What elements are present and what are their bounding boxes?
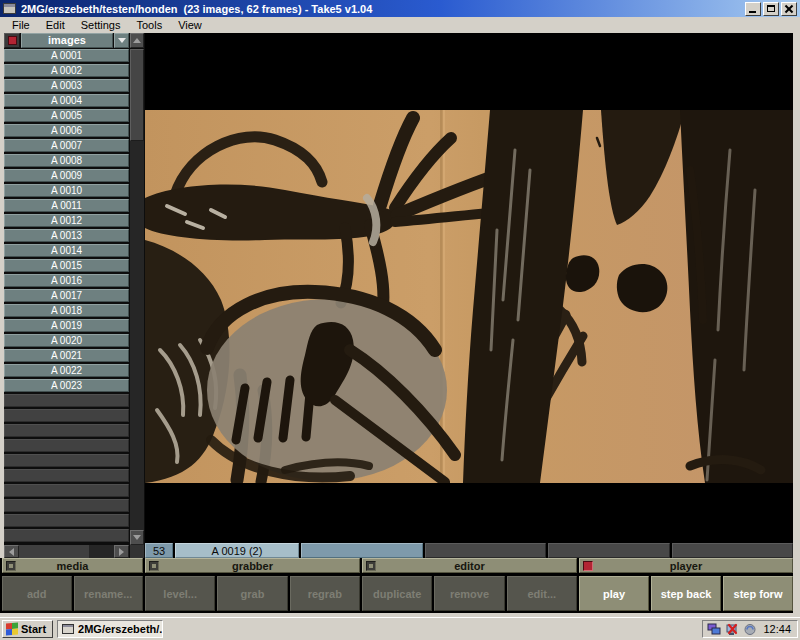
image-item-empty	[4, 424, 129, 437]
image-item-empty	[4, 409, 129, 422]
image-item-A0017[interactable]: A 0017	[4, 289, 129, 302]
close-button[interactable]	[781, 2, 797, 16]
window-title: 2MG/erszebeth/testen/honden (23 images, …	[21, 3, 745, 15]
image-item-A0023[interactable]: A 0023	[4, 379, 129, 392]
menu-bar: FileEditSettingsToolsView	[0, 17, 800, 33]
maximize-icon	[767, 5, 775, 12]
timeline-cell[interactable]	[672, 543, 794, 558]
image-item-empty	[4, 499, 129, 512]
menu-edit[interactable]: Edit	[38, 17, 73, 33]
images-dropdown-button[interactable]	[114, 33, 129, 48]
timeline-cell[interactable]	[548, 543, 670, 558]
editor-remove-button[interactable]: remove	[434, 576, 504, 611]
editor-panel: editor duplicateremoveedit...	[362, 558, 577, 613]
editor-indicator-icon[interactable]	[366, 561, 376, 571]
hscroll-thumb[interactable]	[19, 545, 89, 558]
horizontal-scrollbar	[4, 545, 129, 558]
editor-edit-button[interactable]: edit...	[507, 576, 577, 611]
editor-duplicate-button[interactable]: duplicate	[362, 576, 432, 611]
maximize-button[interactable]	[763, 2, 779, 16]
menu-tools[interactable]: Tools	[128, 17, 170, 33]
image-item-A0018[interactable]: A 0018	[4, 304, 129, 317]
hscroll-left-button[interactable]	[4, 545, 19, 558]
timeline-cell[interactable]	[301, 543, 423, 558]
media-indicator-icon[interactable]	[6, 561, 16, 571]
image-item-A0003[interactable]: A 0003	[4, 79, 129, 92]
start-button[interactable]: Start	[2, 620, 53, 638]
menu-settings[interactable]: Settings	[73, 17, 129, 33]
hscroll-track[interactable]	[19, 545, 114, 558]
vscroll-thumb[interactable]	[130, 49, 144, 141]
menu-file[interactable]: File	[4, 17, 38, 33]
timeline: 53 A 0019 (2)	[145, 543, 793, 558]
image-item-A0008[interactable]: A 0008	[4, 154, 129, 167]
player-play-button[interactable]: play	[579, 576, 649, 611]
arrow-up-icon	[133, 38, 141, 43]
grabber-panel-header: grabber	[145, 558, 360, 573]
image-item-A0007[interactable]: A 0007	[4, 139, 129, 152]
window-controls	[745, 2, 797, 16]
image-item-A0004[interactable]: A 0004	[4, 94, 129, 107]
image-item-empty	[4, 394, 129, 407]
chevron-down-icon	[118, 38, 126, 43]
player-panel: player playstep backstep forw	[579, 558, 793, 613]
image-item-A0015[interactable]: A 0015	[4, 259, 129, 272]
minimize-button[interactable]	[745, 2, 761, 16]
image-item-empty	[4, 439, 129, 452]
window-right-border	[793, 33, 800, 613]
images-indicator-button[interactable]	[4, 33, 20, 48]
image-item-A0011[interactable]: A 0011	[4, 199, 129, 212]
media-rename-button[interactable]: rename...	[74, 576, 144, 611]
player-indicator-icon[interactable]	[583, 561, 593, 571]
editor-panel-header: editor	[362, 558, 577, 573]
close-icon	[785, 5, 793, 13]
vscroll-down-button[interactable]	[130, 530, 144, 545]
menu-view[interactable]: View	[170, 17, 210, 33]
images-column-header[interactable]: images	[21, 33, 113, 48]
image-item-A0016[interactable]: A 0016	[4, 274, 129, 287]
vertical-scrollbar[interactable]	[130, 49, 144, 530]
control-panels: media addrename... grabber level...grabr…	[0, 558, 793, 613]
player-step-back-button[interactable]: step back	[651, 576, 721, 611]
taskbar-clock[interactable]: 12:44	[761, 623, 791, 635]
timeline-active-image-cell[interactable]: A 0019 (2)	[175, 543, 299, 558]
images-header-row: images	[4, 33, 145, 48]
display-settings-tray-icon[interactable]	[707, 623, 721, 636]
image-item-A0013[interactable]: A 0013	[4, 229, 129, 242]
image-item-A0006[interactable]: A 0006	[4, 124, 129, 137]
media-add-button[interactable]: add	[2, 576, 72, 611]
grabber-level-button[interactable]: level...	[145, 576, 215, 611]
image-item-A0010[interactable]: A 0010	[4, 184, 129, 197]
image-item-A0019[interactable]: A 0019	[4, 319, 129, 332]
video-canvas	[145, 33, 793, 543]
app-icon[interactable]	[3, 3, 16, 14]
vscroll-up-button[interactable]	[130, 33, 144, 48]
image-item-A0014[interactable]: A 0014	[4, 244, 129, 257]
grabber-indicator-icon[interactable]	[149, 561, 159, 571]
image-item-A0020[interactable]: A 0020	[4, 334, 129, 347]
start-button-label: Start	[21, 623, 46, 635]
image-item-empty	[4, 529, 129, 542]
taskbar: Start 2MG/erszebeth/... 12:44	[0, 617, 800, 640]
image-item-A0012[interactable]: A 0012	[4, 214, 129, 227]
network-disconnected-tray-icon[interactable]	[725, 623, 739, 636]
image-item-A0001[interactable]: A 0001	[4, 49, 129, 62]
image-item-A0021[interactable]: A 0021	[4, 349, 129, 362]
grabber-grab-button[interactable]: grab	[217, 576, 287, 611]
player-step-forw-button[interactable]: step forw	[723, 576, 793, 611]
windows-logo-icon	[6, 623, 18, 636]
image-item-empty	[4, 469, 129, 482]
image-item-A0022[interactable]: A 0022	[4, 364, 129, 377]
image-item-A0002[interactable]: A 0002	[4, 64, 129, 77]
image-item-empty	[4, 484, 129, 497]
minimize-icon	[749, 11, 756, 13]
image-item-A0009[interactable]: A 0009	[4, 169, 129, 182]
timeline-cell[interactable]	[425, 543, 547, 558]
image-item-A0005[interactable]: A 0005	[4, 109, 129, 122]
scrollbar-corner	[130, 545, 144, 558]
grabber-regrab-button[interactable]: regrab	[290, 576, 360, 611]
update-tray-icon[interactable]	[743, 623, 757, 636]
hscroll-right-button[interactable]	[114, 545, 129, 558]
titlebar: 2MG/erszebeth/testen/honden (23 images, …	[0, 0, 800, 17]
taskbar-task-take5[interactable]: 2MG/erszebeth/...	[57, 620, 163, 638]
